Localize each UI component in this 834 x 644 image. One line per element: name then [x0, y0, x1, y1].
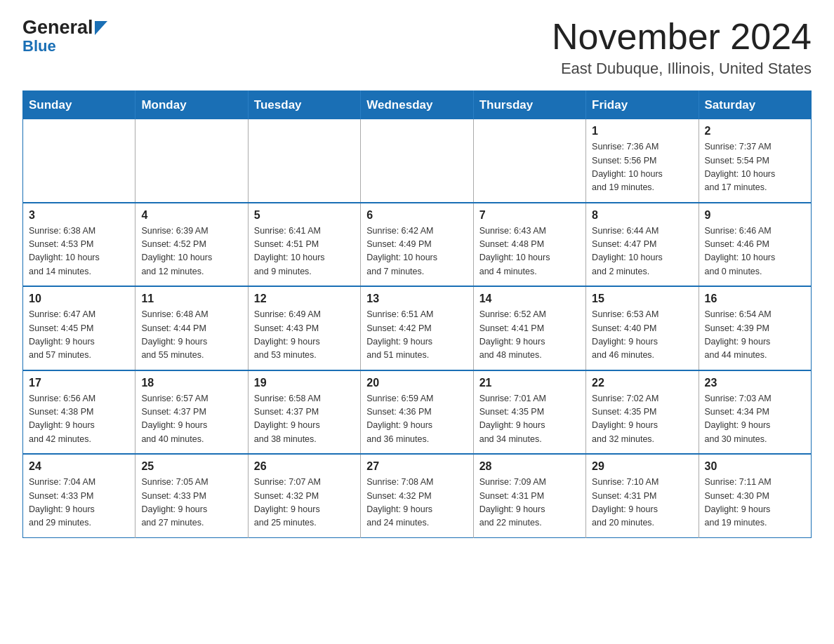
calendar-cell: 30Sunrise: 7:11 AM Sunset: 4:30 PM Dayli… — [699, 454, 811, 537]
day-info: Sunrise: 7:01 AM Sunset: 4:35 PM Dayligh… — [479, 392, 580, 447]
month-title: November 2024 — [552, 17, 812, 57]
day-number: 30 — [705, 460, 805, 473]
calendar-cell — [23, 119, 135, 203]
weekday-header-friday: Friday — [586, 91, 699, 120]
day-info: Sunrise: 7:37 AM Sunset: 5:54 PM Dayligh… — [705, 140, 805, 195]
day-info: Sunrise: 7:02 AM Sunset: 4:35 PM Dayligh… — [592, 392, 692, 447]
calendar-cell: 26Sunrise: 7:07 AM Sunset: 4:32 PM Dayli… — [248, 454, 360, 537]
day-number: 12 — [254, 293, 355, 305]
calendar-cell: 13Sunrise: 6:51 AM Sunset: 4:42 PM Dayli… — [361, 286, 473, 370]
day-info: Sunrise: 6:38 AM Sunset: 4:53 PM Dayligh… — [29, 224, 129, 279]
day-info: Sunrise: 7:10 AM Sunset: 4:31 PM Dayligh… — [592, 476, 692, 530]
day-number: 14 — [479, 293, 580, 305]
day-number: 27 — [366, 460, 467, 473]
day-info: Sunrise: 6:39 AM Sunset: 4:52 PM Dayligh… — [141, 224, 241, 279]
calendar-cell: 4Sunrise: 6:39 AM Sunset: 4:52 PM Daylig… — [135, 203, 248, 287]
calendar-cell: 24Sunrise: 7:04 AM Sunset: 4:33 PM Dayli… — [23, 454, 135, 537]
day-number: 22 — [592, 377, 692, 389]
day-info: Sunrise: 6:54 AM Sunset: 4:39 PM Dayligh… — [705, 308, 805, 363]
weekday-header-wednesday: Wednesday — [361, 91, 473, 120]
day-number: 5 — [254, 209, 355, 222]
week-row-5: 24Sunrise: 7:04 AM Sunset: 4:33 PM Dayli… — [23, 454, 812, 537]
calendar-cell — [473, 119, 585, 203]
weekday-header-tuesday: Tuesday — [248, 91, 360, 120]
calendar-cell: 20Sunrise: 6:59 AM Sunset: 4:36 PM Dayli… — [361, 370, 473, 455]
day-info: Sunrise: 6:43 AM Sunset: 4:48 PM Dayligh… — [479, 224, 580, 279]
day-info: Sunrise: 6:49 AM Sunset: 4:43 PM Dayligh… — [254, 308, 355, 363]
day-number: 4 — [141, 209, 241, 222]
day-number: 20 — [366, 377, 467, 389]
logo-blue-text: Blue — [22, 37, 56, 55]
day-number: 28 — [479, 460, 580, 473]
day-info: Sunrise: 7:03 AM Sunset: 4:34 PM Dayligh… — [705, 392, 805, 447]
calendar-cell: 6Sunrise: 6:42 AM Sunset: 4:49 PM Daylig… — [361, 203, 473, 287]
calendar-cell: 5Sunrise: 6:41 AM Sunset: 4:51 PM Daylig… — [248, 203, 360, 287]
calendar-cell — [361, 119, 473, 203]
calendar-cell: 1Sunrise: 7:36 AM Sunset: 5:56 PM Daylig… — [586, 119, 699, 203]
calendar-cell: 9Sunrise: 6:46 AM Sunset: 4:46 PM Daylig… — [699, 203, 811, 287]
calendar-cell: 15Sunrise: 6:53 AM Sunset: 4:40 PM Dayli… — [586, 286, 699, 370]
logo-general-line: General — [22, 17, 107, 39]
day-number: 3 — [29, 209, 129, 222]
calendar-cell: 28Sunrise: 7:09 AM Sunset: 4:31 PM Dayli… — [473, 454, 585, 537]
day-info: Sunrise: 6:42 AM Sunset: 4:49 PM Dayligh… — [366, 224, 467, 279]
day-number: 9 — [705, 209, 805, 222]
calendar-cell: 11Sunrise: 6:48 AM Sunset: 4:44 PM Dayli… — [135, 286, 248, 370]
calendar-cell: 23Sunrise: 7:03 AM Sunset: 4:34 PM Dayli… — [699, 370, 811, 455]
title-area: November 2024 East Dubuque, Illinois, Un… — [552, 17, 812, 78]
day-number: 2 — [705, 125, 805, 137]
day-info: Sunrise: 7:08 AM Sunset: 4:32 PM Dayligh… — [366, 476, 467, 530]
weekday-header-row: SundayMondayTuesdayWednesdayThursdayFrid… — [23, 91, 812, 120]
day-info: Sunrise: 6:59 AM Sunset: 4:36 PM Dayligh… — [366, 392, 467, 447]
day-number: 21 — [479, 377, 580, 389]
day-number: 10 — [29, 293, 129, 305]
calendar-cell: 22Sunrise: 7:02 AM Sunset: 4:35 PM Dayli… — [586, 370, 699, 455]
calendar-table: SundayMondayTuesdayWednesdayThursdayFrid… — [22, 90, 812, 538]
week-row-4: 17Sunrise: 6:56 AM Sunset: 4:38 PM Dayli… — [23, 370, 812, 455]
day-info: Sunrise: 6:41 AM Sunset: 4:51 PM Dayligh… — [254, 224, 355, 279]
weekday-header-sunday: Sunday — [23, 91, 135, 120]
svg-marker-0 — [95, 21, 107, 35]
week-row-1: 1Sunrise: 7:36 AM Sunset: 5:56 PM Daylig… — [23, 119, 812, 203]
calendar-cell: 3Sunrise: 6:38 AM Sunset: 4:53 PM Daylig… — [23, 203, 135, 287]
day-number: 23 — [705, 377, 805, 389]
day-number: 1 — [592, 125, 692, 137]
day-number: 6 — [366, 209, 467, 222]
logo: General Blue — [22, 17, 107, 55]
day-info: Sunrise: 6:51 AM Sunset: 4:42 PM Dayligh… — [366, 308, 467, 363]
day-info: Sunrise: 6:47 AM Sunset: 4:45 PM Dayligh… — [29, 308, 129, 363]
day-number: 7 — [479, 209, 580, 222]
logo-general-text: General — [22, 17, 93, 39]
calendar-cell: 16Sunrise: 6:54 AM Sunset: 4:39 PM Dayli… — [699, 286, 811, 370]
day-info: Sunrise: 7:11 AM Sunset: 4:30 PM Dayligh… — [705, 476, 805, 530]
day-number: 13 — [366, 293, 467, 305]
weekday-header-monday: Monday — [135, 91, 248, 120]
calendar-cell: 18Sunrise: 6:57 AM Sunset: 4:37 PM Dayli… — [135, 370, 248, 455]
calendar-cell: 7Sunrise: 6:43 AM Sunset: 4:48 PM Daylig… — [473, 203, 585, 287]
day-number: 19 — [254, 377, 355, 389]
calendar-cell: 29Sunrise: 7:10 AM Sunset: 4:31 PM Dayli… — [586, 454, 699, 537]
day-info: Sunrise: 6:52 AM Sunset: 4:41 PM Dayligh… — [479, 308, 580, 363]
day-number: 26 — [254, 460, 355, 473]
calendar-cell: 19Sunrise: 6:58 AM Sunset: 4:37 PM Dayli… — [248, 370, 360, 455]
calendar-cell: 12Sunrise: 6:49 AM Sunset: 4:43 PM Dayli… — [248, 286, 360, 370]
day-info: Sunrise: 7:05 AM Sunset: 4:33 PM Dayligh… — [141, 476, 241, 530]
day-info: Sunrise: 7:09 AM Sunset: 4:31 PM Dayligh… — [479, 476, 580, 530]
day-info: Sunrise: 6:48 AM Sunset: 4:44 PM Dayligh… — [141, 308, 241, 363]
weekday-header-thursday: Thursday — [473, 91, 585, 120]
day-info: Sunrise: 6:57 AM Sunset: 4:37 PM Dayligh… — [141, 392, 241, 447]
logo-arrow-icon — [95, 21, 107, 35]
day-info: Sunrise: 6:44 AM Sunset: 4:47 PM Dayligh… — [592, 224, 692, 279]
day-info: Sunrise: 6:56 AM Sunset: 4:38 PM Dayligh… — [29, 392, 129, 447]
day-number: 25 — [141, 460, 241, 473]
header: General Blue November 2024 East Dubuque,… — [22, 17, 812, 78]
weekday-header-saturday: Saturday — [699, 91, 811, 120]
day-info: Sunrise: 7:07 AM Sunset: 4:32 PM Dayligh… — [254, 476, 355, 530]
calendar-cell: 8Sunrise: 6:44 AM Sunset: 4:47 PM Daylig… — [586, 203, 699, 287]
day-number: 17 — [29, 377, 129, 389]
calendar-cell: 17Sunrise: 6:56 AM Sunset: 4:38 PM Dayli… — [23, 370, 135, 455]
calendar-cell — [248, 119, 360, 203]
week-row-3: 10Sunrise: 6:47 AM Sunset: 4:45 PM Dayli… — [23, 286, 812, 370]
calendar-cell: 14Sunrise: 6:52 AM Sunset: 4:41 PM Dayli… — [473, 286, 585, 370]
day-info: Sunrise: 6:53 AM Sunset: 4:40 PM Dayligh… — [592, 308, 692, 363]
